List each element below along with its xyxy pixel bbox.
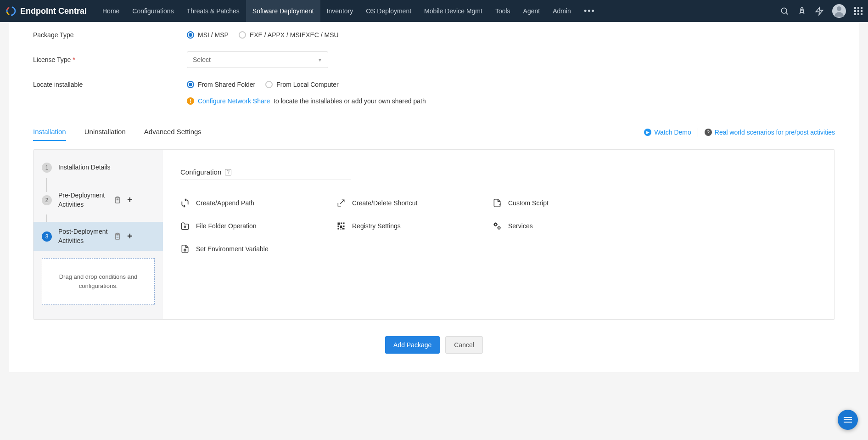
- config-file-folder-operation[interactable]: File Folder Operation: [180, 221, 327, 231]
- nav-tools[interactable]: Tools: [489, 0, 517, 22]
- config-set-environment-variable[interactable]: Set Environment Variable: [180, 244, 327, 254]
- nav-mobile-device-mgmt[interactable]: Mobile Device Mgmt: [418, 0, 489, 22]
- config-label-folder: File Folder Operation: [196, 222, 257, 230]
- nav-items: Home Configurations Threats & Patches So…: [96, 0, 602, 22]
- folder-icon: [180, 221, 190, 231]
- svg-rect-18: [341, 223, 342, 224]
- brand-logo[interactable]: Endpoint Central: [6, 6, 87, 17]
- config-label-envvar: Set Environment Variable: [196, 245, 269, 253]
- nav-configurations[interactable]: Configurations: [126, 0, 180, 22]
- tab-uninstallation[interactable]: Uninstallation: [84, 123, 126, 141]
- watch-demo-text: Watch Demo: [654, 129, 691, 136]
- dropzone[interactable]: Drag and drop conditions and configurati…: [42, 258, 155, 305]
- tab-installation[interactable]: Installation: [33, 123, 66, 141]
- locate-installable-row: Locate installable From Shared Folder Fr…: [33, 81, 835, 88]
- nav-inventory[interactable]: Inventory: [320, 0, 360, 22]
- step-label-1: Installation Details: [58, 163, 155, 172]
- locate-group: From Shared Folder From Local Computer: [187, 81, 339, 88]
- script-icon: [493, 198, 502, 208]
- tabs-row: Installation Uninstallation Advanced Set…: [9, 123, 859, 141]
- svg-rect-17: [338, 223, 340, 225]
- env-var-icon: [180, 244, 190, 254]
- nav-admin[interactable]: Admin: [546, 0, 577, 22]
- svg-point-7: [837, 6, 841, 11]
- main-content: Package Type MSI / MSP EXE / APPX / MSIE…: [9, 22, 859, 372]
- required-asterisk: *: [73, 56, 75, 63]
- avatar-icon: [832, 4, 846, 18]
- footer-actions: Add Package Cancel: [9, 336, 859, 354]
- config-create-append-path[interactable]: Create/Append Path: [180, 198, 327, 208]
- network-info-text: to locate the installables or add your o…: [274, 97, 426, 105]
- apps-grid-icon[interactable]: [854, 7, 862, 15]
- license-type-text: License Type: [33, 56, 71, 63]
- nav-threats-patches[interactable]: Threats & Patches: [180, 0, 246, 22]
- logo-icon: [6, 6, 17, 17]
- config-services[interactable]: Services: [493, 221, 639, 231]
- step-pre-deployment[interactable]: 2 Pre-Deployment Activities +: [34, 186, 163, 214]
- brand-name: Endpoint Central: [20, 6, 87, 16]
- add-package-button[interactable]: Add Package: [385, 336, 440, 354]
- search-icon[interactable]: [780, 6, 789, 16]
- step-actions-3: +: [113, 231, 133, 242]
- svg-rect-19: [343, 223, 344, 224]
- radio-label-exe: EXE / APPX / MSIEXEC / MSU: [250, 31, 339, 39]
- license-type-row: License Type * Select ▼: [33, 51, 835, 68]
- add-pre-activity-button[interactable]: +: [127, 195, 133, 205]
- scenarios-text: Real world scenarios for pre/post activi…: [715, 129, 835, 136]
- package-type-row: Package Type MSI / MSP EXE / APPX / MSIE…: [33, 31, 835, 39]
- step-label-2: Pre-Deployment Activities: [58, 191, 113, 209]
- svg-line-4: [786, 12, 788, 14]
- radio-shared-folder[interactable]: From Shared Folder: [187, 81, 255, 88]
- config-registry-settings[interactable]: Registry Settings: [336, 221, 483, 231]
- radio-label-shared: From Shared Folder: [198, 81, 255, 88]
- svg-point-3: [781, 8, 787, 13]
- license-type-select[interactable]: Select ▼: [187, 51, 328, 68]
- scenarios-link[interactable]: ? Real world scenarios for pre/post acti…: [705, 129, 835, 136]
- help-badge-icon[interactable]: ?: [225, 169, 231, 175]
- step-post-deployment[interactable]: 3 Post-Deployment Activities +: [34, 222, 163, 251]
- configure-network-link[interactable]: Configure Network Share: [198, 97, 270, 105]
- clipboard-icon[interactable]: [113, 196, 122, 204]
- add-post-activity-button[interactable]: +: [127, 231, 133, 242]
- tab-advanced-settings[interactable]: Advanced Settings: [144, 123, 202, 141]
- svg-rect-23: [338, 228, 339, 229]
- top-nav: Endpoint Central Home Configurations Thr…: [0, 0, 868, 22]
- step-number-3: 3: [42, 231, 52, 242]
- watch-demo-link[interactable]: ▶ Watch Demo: [644, 129, 691, 136]
- step-installation-details[interactable]: 1 Installation Details: [34, 157, 163, 178]
- radio-msi-msp[interactable]: MSI / MSP: [187, 31, 229, 39]
- config-label-shortcut: Create/Delete Shortcut: [352, 199, 417, 207]
- nav-right: [780, 4, 862, 18]
- nav-home[interactable]: Home: [96, 0, 126, 22]
- lightning-icon[interactable]: [815, 6, 824, 16]
- radio-local-computer[interactable]: From Local Computer: [265, 81, 338, 88]
- svg-point-27: [498, 227, 500, 229]
- nav-more[interactable]: •••: [577, 0, 602, 22]
- tabs-left: Installation Uninstallation Advanced Set…: [33, 123, 202, 141]
- config-create-delete-shortcut[interactable]: Create/Delete Shortcut: [336, 198, 483, 208]
- clipboard-icon[interactable]: [113, 232, 122, 241]
- nav-os-deployment[interactable]: OS Deployment: [359, 0, 418, 22]
- config-custom-script[interactable]: Custom Script: [493, 198, 639, 208]
- tabs-right: ▶ Watch Demo ? Real world scenarios for …: [644, 128, 835, 137]
- rocket-icon[interactable]: [797, 6, 806, 16]
- installation-panel: 1 Installation Details 2 Pre-Deployment …: [33, 149, 835, 320]
- form-section: Package Type MSI / MSP EXE / APPX / MSIE…: [9, 22, 859, 123]
- svg-point-5: [801, 9, 803, 11]
- warning-icon: !: [187, 97, 194, 105]
- registry-icon: [336, 221, 346, 231]
- config-label-path: Create/Append Path: [196, 199, 254, 207]
- step-label-3: Post-Deployment Activities: [58, 227, 113, 245]
- radio-exe-appx[interactable]: EXE / APPX / MSIEXEC / MSU: [239, 31, 339, 39]
- nav-agent[interactable]: Agent: [517, 0, 547, 22]
- svg-marker-6: [816, 7, 823, 15]
- user-avatar[interactable]: [832, 4, 846, 18]
- svg-rect-22: [343, 226, 344, 227]
- services-icon: [493, 221, 502, 231]
- nav-software-deployment[interactable]: Software Deployment: [246, 0, 320, 22]
- cancel-button[interactable]: Cancel: [445, 336, 483, 354]
- locate-label: Locate installable: [33, 81, 187, 88]
- config-label-services: Services: [508, 222, 533, 230]
- radio-checked-icon: [187, 81, 194, 88]
- svg-point-16: [184, 226, 185, 227]
